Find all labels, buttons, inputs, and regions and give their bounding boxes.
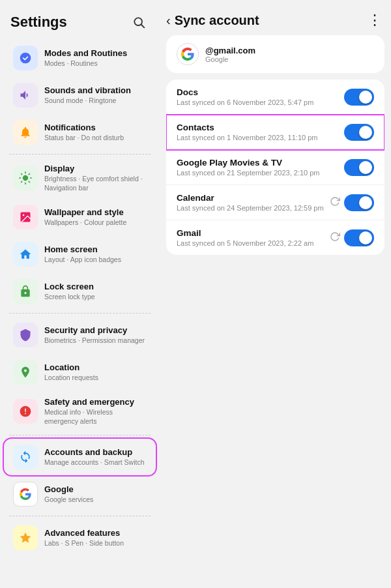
sync-item-movies-text: Google Play Movies & TVLast synced on 21… — [177, 158, 320, 177]
sidebar-item-lockscreen[interactable]: Lock screenScreen lock type — [4, 273, 156, 310]
sidebar-divider — [9, 516, 151, 516]
sync-toggle-docs[interactable] — [344, 89, 374, 106]
sync-toggle-movies[interactable] — [344, 159, 374, 176]
advanced-subtitle: Labs · S Pen · Side button — [44, 539, 124, 548]
accounts-subtitle: Manage accounts · Smart Switch — [44, 458, 145, 467]
lockscreen-subtitle: Screen lock type — [44, 293, 95, 302]
sidebar-title: Settings — [10, 14, 67, 31]
location-subtitle: Location requests — [44, 374, 98, 383]
sidebar-item-notifications[interactable]: NotificationsStatus bar · Do not disturb — [4, 114, 156, 151]
sync-item-movies-controls — [344, 159, 374, 176]
display-icon — [13, 166, 38, 190]
wallpaper-subtitle: Wallpapers · Colour palette — [44, 218, 126, 228]
back-button[interactable]: ‹ — [166, 13, 171, 28]
google-logo-icon — [177, 43, 199, 65]
sync-item-gmail[interactable]: GmailLast synced on 5 November 2023, 2:2… — [166, 220, 384, 255]
sync-toggle-calendar[interactable] — [344, 194, 374, 211]
sounds-icon — [13, 83, 38, 108]
security-text: Security and privacyBiometrics · Permiss… — [44, 325, 145, 345]
homescreen-icon — [13, 242, 38, 267]
sidebar-item-modes[interactable]: Modes and RoutinesModes · Routines — [4, 40, 156, 76]
sync-item-docs-subtitle: Last synced on 6 November 2023, 5:47 pm — [177, 98, 313, 106]
security-subtitle: Biometrics · Permission manager — [44, 336, 145, 345]
wallpaper-text: Wallpaper and styleWallpapers · Colour p… — [44, 207, 126, 228]
sidebar-item-location[interactable]: LocationLocation requests — [4, 354, 156, 390]
sync-item-contacts-subtitle: Last synced on 1 November 2023, 11:10 pm — [177, 134, 317, 141]
accounts-text: Accounts and backupManage accounts · Sma… — [44, 447, 145, 467]
sidebar-item-google[interactable]: GoogleGoogle services — [4, 476, 156, 512]
sync-items-card: DocsLast synced on 6 November 2023, 5:47… — [166, 80, 384, 255]
account-provider: Google — [205, 55, 255, 63]
display-subtitle: Brightness · Eye comfort shield · Naviga… — [44, 175, 147, 192]
sync-item-docs-text: DocsLast synced on 6 November 2023, 5:47… — [177, 87, 313, 106]
display-text: DisplayBrightness · Eye comfort shield ·… — [44, 164, 147, 192]
sounds-text: Sounds and vibrationSound mode · Rington… — [44, 85, 131, 106]
search-button[interactable] — [128, 12, 149, 33]
sync-item-contacts[interactable]: ContactsLast synced on 1 November 2023, … — [166, 115, 384, 150]
homescreen-text: Home screenLayout · App icon badges — [44, 244, 121, 265]
display-title: Display — [44, 164, 147, 175]
sidebar-item-safety[interactable]: Safety and emergencyMedical info · Wirel… — [4, 391, 156, 432]
advanced-text: Advanced featuresLabs · S Pen · Side but… — [44, 528, 124, 548]
sync-item-contacts-title: Contacts — [177, 123, 317, 132]
svg-point-2 — [20, 53, 31, 64]
sync-toggle-gmail[interactable] — [344, 229, 374, 246]
sidebar-item-security[interactable]: Security and privacyBiometrics · Permiss… — [4, 317, 156, 353]
right-header: ‹ Sync account ⋮ — [160, 0, 391, 35]
location-title: Location — [44, 362, 98, 374]
header-left: ‹ Sync account — [166, 13, 259, 28]
sidebar-header: Settings — [0, 0, 160, 39]
more-options-button[interactable]: ⋮ — [368, 12, 382, 29]
sync-item-calendar-subtitle: Last synced on 24 September 2023, 12:59 … — [177, 204, 324, 212]
safety-icon — [13, 399, 38, 424]
modes-text: Modes and RoutinesModes · Routines — [44, 48, 127, 68]
sync-item-movies[interactable]: Google Play Movies & TVLast synced on 21… — [166, 150, 384, 185]
sidebar-item-display[interactable]: DisplayBrightness · Eye comfort shield ·… — [4, 158, 156, 198]
lockscreen-title: Lock screen — [44, 282, 95, 293]
sidebar-items: Modes and RoutinesModes · RoutinesSounds… — [0, 40, 160, 556]
modes-title: Modes and Routines — [44, 48, 127, 59]
sidebar-item-advanced[interactable]: Advanced featuresLabs · S Pen · Side but… — [4, 520, 156, 556]
sync-item-contacts-text: ContactsLast synced on 1 November 2023, … — [177, 123, 317, 141]
sidebar-item-wallpaper[interactable]: Wallpaper and styleWallpapers · Colour p… — [4, 199, 156, 235]
sync-item-gmail-controls — [330, 229, 374, 246]
sidebar-item-accounts[interactable]: Accounts and backupManage accounts · Sma… — [4, 439, 156, 475]
google-title: Google — [44, 484, 93, 495]
sync-account-panel: ‹ Sync account ⋮ @gmail.com Google DocsL… — [160, 0, 391, 588]
google-account-card[interactable]: @gmail.com Google — [166, 35, 384, 73]
security-icon — [13, 323, 38, 347]
security-title: Security and privacy — [44, 325, 145, 336]
sync-refresh-calendar-icon[interactable] — [330, 196, 340, 209]
sync-item-movies-subtitle: Last synced on 21 September 2023, 2:10 p… — [177, 169, 320, 177]
google-icon — [13, 482, 38, 507]
sync-item-movies-title: Google Play Movies & TV — [177, 158, 320, 168]
advanced-title: Advanced features — [44, 528, 124, 539]
location-text: LocationLocation requests — [44, 362, 98, 383]
sync-item-calendar[interactable]: CalendarLast synced on 24 September 2023… — [166, 185, 384, 220]
sidebar-item-sounds[interactable]: Sounds and vibrationSound mode · Rington… — [4, 77, 156, 113]
sync-item-gmail-subtitle: Last synced on 5 November 2023, 2:22 am — [177, 239, 313, 247]
safety-text: Safety and emergencyMedical info · Wirel… — [44, 397, 147, 426]
lockscreen-icon — [13, 279, 38, 304]
notifications-text: NotificationsStatus bar · Do not disturb — [44, 123, 124, 143]
sync-toggle-contacts[interactable] — [344, 124, 374, 141]
sidebar-divider — [9, 154, 151, 154]
sync-item-docs[interactable]: DocsLast synced on 6 November 2023, 5:47… — [166, 80, 384, 115]
wallpaper-title: Wallpaper and style — [44, 207, 126, 218]
homescreen-title: Home screen — [44, 244, 121, 256]
svg-point-3 — [23, 175, 28, 181]
sync-item-docs-title: Docs — [177, 87, 313, 97]
page-title: Sync account — [175, 13, 259, 28]
sync-item-gmail-title: Gmail — [177, 228, 313, 238]
sync-refresh-gmail-icon[interactable] — [330, 231, 340, 244]
google-text: GoogleGoogle services — [44, 484, 93, 505]
sidebar-item-homescreen[interactable]: Home screenLayout · App icon badges — [4, 236, 156, 272]
sync-item-calendar-text: CalendarLast synced on 24 September 2023… — [177, 193, 324, 212]
google-subtitle: Google services — [44, 495, 93, 505]
safety-title: Safety and emergency — [44, 397, 147, 408]
settings-sidebar: Settings Modes and RoutinesModes · Routi… — [0, 0, 160, 588]
notifications-subtitle: Status bar · Do not disturb — [44, 134, 124, 143]
accounts-icon — [13, 445, 38, 469]
account-info: @gmail.com Google — [205, 46, 255, 63]
lockscreen-text: Lock screenScreen lock type — [44, 282, 95, 302]
